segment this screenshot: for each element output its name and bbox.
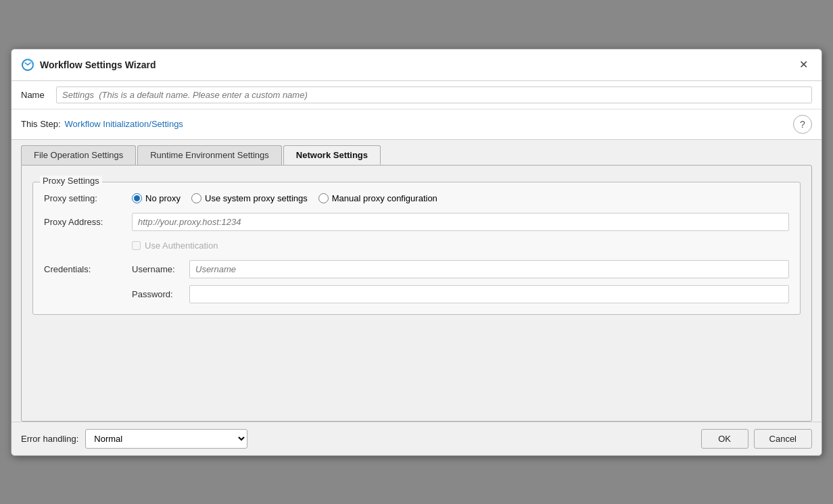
radio-no-proxy-input[interactable] <box>132 193 142 203</box>
credentials-row: Credentials: Username: Password: <box>44 260 789 303</box>
radio-manual-proxy-label: Manual proxy configuration <box>332 193 437 203</box>
dialog-footer: Error handling: Normal Strict Ignore OK … <box>11 422 822 455</box>
footer-buttons: OK Cancel <box>701 429 812 449</box>
tab-network-settings[interactable]: Network Settings <box>283 145 381 165</box>
tab-content-network: Proxy Settings Proxy setting: No proxy U… <box>21 165 812 422</box>
error-handling-select[interactable]: Normal Strict Ignore <box>85 429 247 449</box>
close-button[interactable]: ✕ <box>794 56 812 74</box>
wizard-icon <box>21 58 34 72</box>
use-auth-label: Use Authentication <box>145 241 218 251</box>
radio-no-proxy[interactable]: No proxy <box>132 193 181 203</box>
radio-manual-proxy-input[interactable] <box>318 193 329 203</box>
error-handling-label: Error handling: <box>21 434 78 444</box>
step-link[interactable]: Workflow Initialization/Settings <box>65 119 183 129</box>
proxy-settings-label: Proxy Settings <box>40 176 102 186</box>
password-input[interactable] <box>189 285 789 303</box>
radio-manual-proxy[interactable]: Manual proxy configuration <box>318 193 437 203</box>
name-label: Name <box>21 90 48 100</box>
proxy-setting-label: Proxy setting: <box>44 193 132 203</box>
title-bar: Workflow Settings Wizard ✕ <box>11 49 822 81</box>
name-input[interactable] <box>56 86 812 103</box>
credentials-label: Credentials: <box>44 260 132 274</box>
radio-system-proxy[interactable]: Use system proxy settings <box>191 193 308 203</box>
tab-file-operations[interactable]: File Operation Settings <box>21 145 136 165</box>
username-row: Username: <box>132 260 789 278</box>
username-input[interactable] <box>189 260 789 278</box>
password-row: Password: <box>132 285 789 303</box>
proxy-address-label: Proxy Address: <box>44 217 132 227</box>
radio-system-proxy-input[interactable] <box>191 193 201 203</box>
proxy-radio-group: No proxy Use system proxy settings Manua… <box>132 193 789 203</box>
credentials-fields: Username: Password: <box>132 260 789 303</box>
proxy-address-content <box>132 213 789 231</box>
use-auth-checkbox[interactable] <box>132 241 141 250</box>
proxy-settings-group: Proxy Settings Proxy setting: No proxy U… <box>32 182 801 315</box>
proxy-setting-row: Proxy setting: No proxy Use system proxy… <box>44 193 789 203</box>
proxy-address-row: Proxy Address: <box>44 213 789 231</box>
dialog-title: Workflow Settings Wizard <box>40 59 156 70</box>
ok-button[interactable]: OK <box>701 429 748 449</box>
radio-system-proxy-label: Use system proxy settings <box>205 193 308 203</box>
username-label: Username: <box>132 264 183 274</box>
tab-runtime-environment[interactable]: Runtime Environment Settings <box>137 145 282 165</box>
proxy-address-input[interactable] <box>132 213 789 231</box>
step-label: This Step: <box>21 119 61 129</box>
workflow-settings-dialog: Workflow Settings Wizard ✕ Name This Ste… <box>11 49 822 456</box>
radio-no-proxy-label: No proxy <box>145 193 181 203</box>
error-handling-section: Error handling: Normal Strict Ignore <box>21 429 247 449</box>
title-bar-left: Workflow Settings Wizard <box>21 58 156 72</box>
password-label: Password: <box>132 289 183 299</box>
use-auth-row: Use Authentication <box>44 241 789 251</box>
name-row: Name <box>11 81 822 109</box>
help-button[interactable]: ? <box>793 115 812 134</box>
cancel-button[interactable]: Cancel <box>754 429 812 449</box>
tabs-area: File Operation Settings Runtime Environm… <box>11 140 822 165</box>
step-row: This Step: Workflow Initialization/Setti… <box>11 109 822 140</box>
step-left: This Step: Workflow Initialization/Setti… <box>21 119 183 129</box>
